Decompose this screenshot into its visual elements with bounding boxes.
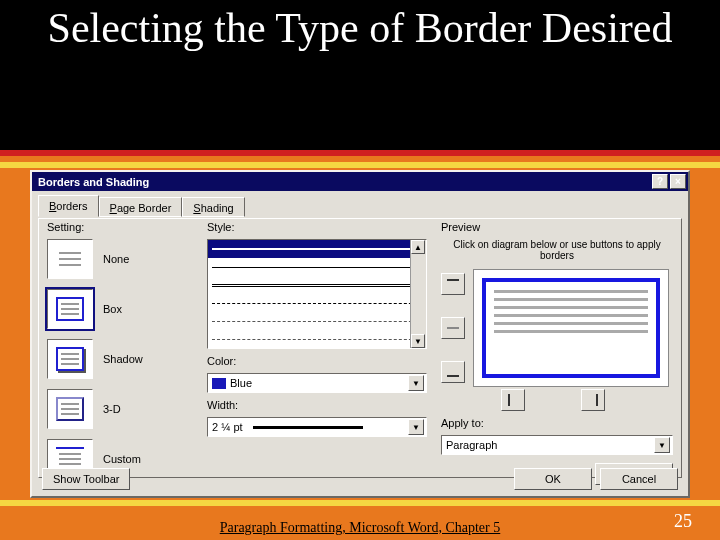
dropdown-arrow-icon: ▼ bbox=[408, 375, 424, 391]
border-top-button[interactable] bbox=[441, 273, 465, 295]
dropdown-arrow-icon: ▼ bbox=[408, 419, 424, 435]
scroll-down-icon[interactable]: ▼ bbox=[411, 334, 425, 348]
setting-shadow-label: Shadow bbox=[103, 353, 143, 365]
style-scrollbar[interactable]: ▲ ▼ bbox=[410, 240, 426, 348]
setting-3d-label: 3-D bbox=[103, 403, 121, 415]
style-option-double[interactable] bbox=[208, 276, 426, 294]
border-middle-button[interactable] bbox=[441, 317, 465, 339]
setting-shadow-icon[interactable] bbox=[47, 339, 93, 379]
tab-page-border[interactable]: Page Border bbox=[99, 197, 183, 217]
cancel-button[interactable]: Cancel bbox=[600, 468, 678, 490]
style-listbox[interactable]: ▲ ▼ bbox=[207, 239, 427, 349]
dialog-titlebar: Borders and Shading ? × bbox=[32, 172, 688, 191]
style-option-thin[interactable] bbox=[208, 258, 426, 276]
help-button[interactable]: ? bbox=[652, 174, 668, 189]
setting-custom-label: Custom bbox=[103, 453, 141, 465]
apply-to-dropdown[interactable]: Paragraph ▼ bbox=[441, 435, 673, 455]
svg-rect-3 bbox=[508, 394, 510, 406]
border-top-icon bbox=[446, 278, 460, 290]
border-left-button[interactable] bbox=[501, 389, 525, 411]
svg-rect-0 bbox=[447, 279, 459, 281]
page-number: 25 bbox=[674, 511, 692, 532]
dropdown-arrow-icon: ▼ bbox=[654, 437, 670, 453]
ok-button[interactable]: OK bbox=[514, 468, 592, 490]
color-swatch-icon bbox=[212, 378, 226, 389]
setting-box-icon[interactable] bbox=[47, 289, 93, 329]
setting-3d-icon[interactable] bbox=[47, 389, 93, 429]
border-right-icon bbox=[587, 393, 599, 407]
setting-label: Setting: bbox=[47, 221, 197, 233]
style-column: Style: ▲ ▼ Color: Blue ▼ Width: 2 ¼ p bbox=[207, 221, 427, 437]
tab-panel: Setting: None Box Shadow 3-D Custom bbox=[38, 218, 682, 478]
style-option-dashed-wide[interactable] bbox=[208, 330, 426, 348]
width-dropdown[interactable]: 2 ¼ pt ▼ bbox=[207, 417, 427, 437]
svg-rect-4 bbox=[596, 394, 598, 406]
tab-borders[interactable]: Borders bbox=[38, 195, 99, 217]
border-bottom-icon bbox=[446, 366, 460, 378]
apply-to-label: Apply to: bbox=[441, 417, 673, 429]
preview-label: Preview bbox=[441, 221, 673, 233]
tab-shading[interactable]: Shading bbox=[182, 197, 244, 217]
setting-none-label: None bbox=[103, 253, 129, 265]
width-value: 2 ¼ pt bbox=[212, 421, 243, 433]
footer-caption: Paragraph Formatting, Microsoft Word, Ch… bbox=[0, 520, 720, 536]
scroll-up-icon[interactable]: ▲ bbox=[411, 240, 425, 254]
style-option-dotted[interactable] bbox=[208, 294, 426, 312]
setting-none-icon[interactable] bbox=[47, 239, 93, 279]
slide-title: Selecting the Type of Border Desired bbox=[0, 0, 720, 51]
tab-bar: Borders Page Border Shading bbox=[38, 195, 682, 218]
close-button[interactable]: × bbox=[670, 174, 686, 189]
color-value: Blue bbox=[230, 377, 252, 389]
color-dropdown[interactable]: Blue ▼ bbox=[207, 373, 427, 393]
svg-rect-1 bbox=[447, 327, 459, 329]
show-toolbar-button[interactable]: Show Toolbar bbox=[42, 468, 130, 490]
dialog-title: Borders and Shading bbox=[38, 176, 149, 188]
width-sample-icon bbox=[253, 426, 363, 429]
setting-column: Setting: None Box Shadow 3-D Custom bbox=[47, 221, 197, 489]
preview-hint: Click on diagram below or use buttons to… bbox=[441, 239, 673, 261]
decor-rule-yellow bbox=[0, 500, 720, 506]
decor-rule-yellow bbox=[0, 162, 720, 168]
border-right-button[interactable] bbox=[581, 389, 605, 411]
borders-shading-dialog: Borders and Shading ? × Borders Page Bor… bbox=[30, 170, 690, 498]
apply-to-value: Paragraph bbox=[446, 439, 497, 451]
border-left-icon bbox=[507, 393, 519, 407]
svg-rect-2 bbox=[447, 375, 459, 377]
setting-box-label: Box bbox=[103, 303, 122, 315]
preview-column: Preview Click on diagram below or use bu… bbox=[441, 221, 673, 485]
border-mid-icon bbox=[446, 322, 460, 334]
color-label: Color: bbox=[207, 355, 427, 367]
preview-document-icon bbox=[482, 278, 660, 378]
style-option-dashed[interactable] bbox=[208, 312, 426, 330]
style-option-solid[interactable] bbox=[208, 240, 426, 258]
preview-diagram[interactable] bbox=[473, 269, 669, 387]
style-label: Style: bbox=[207, 221, 427, 233]
width-label: Width: bbox=[207, 399, 427, 411]
border-bottom-button[interactable] bbox=[441, 361, 465, 383]
